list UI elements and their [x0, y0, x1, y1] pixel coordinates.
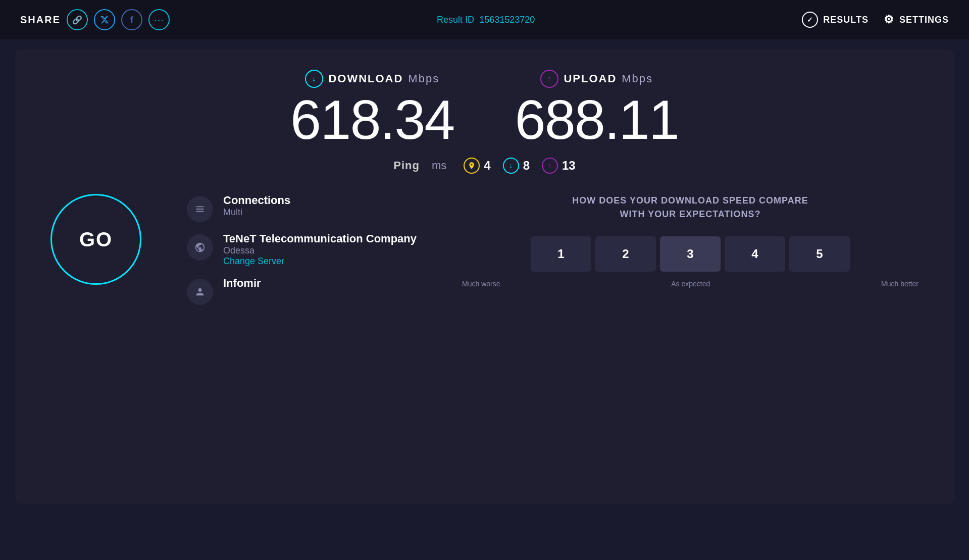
speed-section: ↓ DOWNLOAD Mbps 618.34 ↑ UPLOAD Mbps 688…: [45, 70, 924, 147]
connections-value: Multi: [223, 207, 290, 218]
results-icon: ✓: [802, 12, 818, 28]
rating-button-2[interactable]: 2: [595, 236, 656, 272]
share-label: SHARE: [20, 14, 61, 26]
go-button[interactable]: GO: [50, 194, 141, 285]
results-label: RESULTS: [823, 15, 869, 25]
share-section: SHARE 🔗 f ···: [20, 9, 170, 30]
user-row: Infomir: [187, 277, 417, 305]
go-button-container: GO: [45, 194, 146, 285]
ping-unit: ms: [432, 159, 446, 172]
share-facebook-button[interactable]: f: [121, 9, 142, 30]
ping-download-value: 8: [523, 159, 530, 173]
connections-title: Connections: [223, 194, 290, 207]
upload-label: ↑ UPLOAD Mbps: [515, 70, 679, 88]
share-more-button[interactable]: ···: [148, 9, 170, 30]
share-link-button[interactable]: 🔗: [67, 9, 88, 30]
ping-idle: 4: [464, 158, 490, 174]
change-server-link[interactable]: Change Server: [223, 256, 417, 267]
rating-button-5[interactable]: 5: [789, 236, 850, 272]
download-icon: ↓: [305, 70, 323, 88]
ping-label: Ping: [393, 159, 420, 172]
download-label: ↓ DOWNLOAD Mbps: [290, 70, 454, 88]
rating-buttons: 1 2 3 4 5: [531, 236, 850, 272]
user-name: Infomir: [223, 277, 261, 290]
bottom-section: GO Connections Multi TeNeT Telecom: [45, 194, 924, 305]
top-right-buttons: ✓ RESULTS ⚙ SETTINGS: [802, 12, 949, 28]
ping-upload: ↑ 13: [542, 158, 576, 174]
rating-button-4[interactable]: 4: [725, 236, 785, 272]
info-section: Connections Multi TeNeT Telecommunicatio…: [187, 194, 417, 305]
ping-section: Ping ms 4 ↓ 8 ↑ 13: [45, 158, 924, 174]
connections-icon: [187, 196, 213, 222]
gear-icon: ⚙: [884, 13, 894, 26]
ping-idle-icon: [464, 158, 480, 174]
isp-text: TeNeT Telecommunication Company Odessa C…: [223, 232, 417, 267]
ping-download-icon: ↓: [503, 158, 519, 174]
upload-icon: ↑: [540, 70, 558, 88]
isp-name: TeNeT Telecommunication Company: [223, 232, 417, 245]
result-id-value: 15631523720: [479, 15, 535, 25]
result-id-label: Result ID: [437, 15, 474, 25]
rating-button-1[interactable]: 1: [531, 236, 591, 272]
rating-label-center: As expected: [671, 280, 710, 288]
upload-block: ↑ UPLOAD Mbps 688.11: [515, 70, 679, 147]
upload-value: 688.11: [515, 92, 679, 147]
isp-row: TeNeT Telecommunication Company Odessa C…: [187, 232, 417, 267]
connections-text: Connections Multi: [223, 194, 290, 218]
ping-download: ↓ 8: [503, 158, 530, 174]
main-panel: ↓ DOWNLOAD Mbps 618.34 ↑ UPLOAD Mbps 688…: [15, 49, 954, 504]
rating-labels: Much worse As expected Much better: [457, 280, 924, 288]
rating-button-3[interactable]: 3: [660, 236, 721, 272]
ping-upload-icon: ↑: [542, 158, 558, 174]
ping-idle-value: 4: [484, 159, 490, 173]
rating-section: HOW DOES YOUR DOWNLOAD SPEED COMPARE WIT…: [457, 194, 924, 288]
user-text: Infomir: [223, 277, 261, 290]
download-block: ↓ DOWNLOAD Mbps 618.34: [290, 70, 454, 147]
rating-question: HOW DOES YOUR DOWNLOAD SPEED COMPARE WIT…: [572, 194, 808, 221]
globe-icon: [187, 234, 213, 261]
result-id-section: Result ID 15631523720: [437, 15, 535, 25]
top-bar: SHARE 🔗 f ··· Result ID 15631523720 ✓ RE…: [0, 0, 969, 39]
user-icon: [187, 279, 213, 305]
settings-button[interactable]: ⚙ SETTINGS: [884, 13, 949, 26]
rating-label-left: Much worse: [462, 280, 500, 288]
settings-label: SETTINGS: [899, 15, 949, 25]
isp-city: Odessa: [223, 245, 417, 256]
ping-upload-value: 13: [562, 159, 576, 173]
download-value: 618.34: [290, 92, 454, 147]
share-twitter-button[interactable]: [94, 9, 115, 30]
results-button[interactable]: ✓ RESULTS: [802, 12, 869, 28]
rating-label-right: Much better: [881, 280, 919, 288]
connections-row: Connections Multi: [187, 194, 417, 222]
